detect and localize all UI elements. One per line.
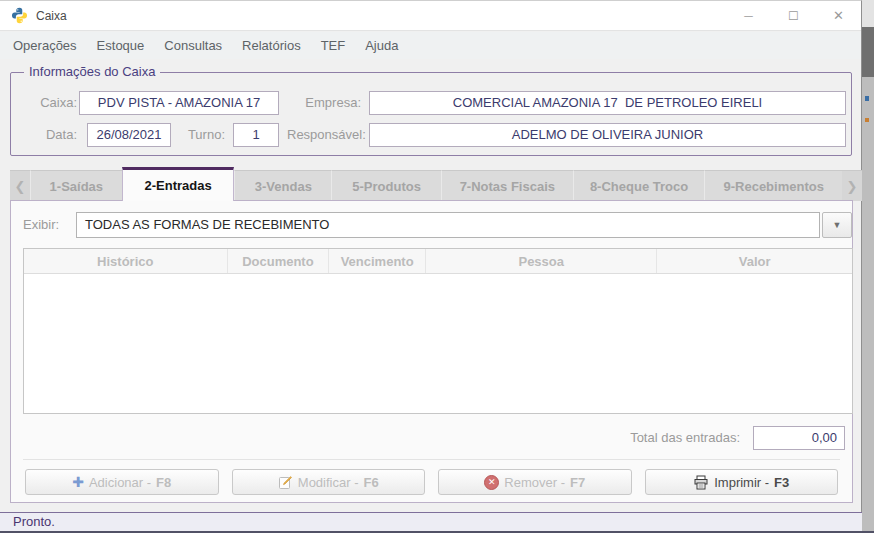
tab-scroll-left-icon[interactable]: ❮ [10,170,30,201]
modificar-button[interactable]: Modificar - F6 [232,469,426,495]
turno-label: Turno: [179,123,225,147]
menu-estoque[interactable]: Estoque [87,32,155,59]
divider [23,459,840,460]
tab-scroll-right-icon[interactable]: ❯ [842,170,862,201]
title-bar: Caixa ─ ☐ ✕ [0,1,861,31]
window-controls: ─ ☐ ✕ [726,1,861,30]
empresa-field: COMERCIAL AMAZONIA 17 DE PETROLEO EIRELI [369,91,846,115]
info-groupbox: Informações do Caixa Caixa: PDV PISTA - … [10,72,852,156]
tab-strip: ❮ 1-Saídas 2-Entradas 3-Vendas 5-Produto… [10,167,862,201]
desktop-backdrop [862,0,874,533]
menu-tef[interactable]: TEF [311,32,356,59]
backdrop-artifact [865,96,869,101]
adicionar-button[interactable]: ✚ Adicionar - F8 [25,469,219,495]
button-label: Modificar - [298,475,359,490]
button-key: F7 [570,475,585,490]
imprimir-button[interactable]: Imprimir - F3 [645,469,839,495]
plus-icon: ✚ [72,474,84,490]
tab-cheque-troco[interactable]: 8-Cheque Troco [573,170,705,201]
exibir-label: Exibir: [23,212,59,238]
backdrop-segment [862,0,874,27]
tab-saidas[interactable]: 1-Saídas [30,170,122,201]
column-header-valor[interactable]: Valor [657,249,852,273]
column-header-pessoa[interactable]: Pessoa [426,249,657,273]
entradas-table[interactable]: Histórico Documento Vencimento Pessoa Va… [23,248,853,414]
backdrop-artifact [865,118,869,122]
maximize-button[interactable]: ☐ [771,1,816,30]
groupbox-title: Informações do Caixa [24,64,160,79]
edit-icon [278,475,293,490]
responsavel-label: Responsável: [287,123,361,147]
tab-vendas[interactable]: 3-Vendas [234,170,331,201]
empresa-label: Empresa: [281,91,361,115]
column-header-documento[interactable]: Documento [228,249,330,273]
table-body-empty[interactable] [24,274,852,414]
tab-recebimentos[interactable]: 9-Recebimentos [704,170,842,201]
tab-notas-fiscais[interactable]: 7-Notas Fiscais [441,170,573,201]
responsavel-field: ADELMO DE OLIVEIRA JUNIOR [369,123,846,147]
remover-button[interactable]: ✕ Remover - F7 [438,469,632,495]
status-text: Pronto. [13,514,55,529]
chevron-down-icon[interactable]: ▼ [822,212,852,238]
menu-operacoes[interactable]: Operações [3,32,87,59]
column-header-vencimento[interactable]: Vencimento [329,249,426,273]
button-label: Remover - [504,475,565,490]
menu-relatorios[interactable]: Relatórios [232,32,311,59]
caixa-window: Caixa ─ ☐ ✕ Operações Estoque Consultas … [0,0,862,533]
status-bar: Pronto. [0,512,862,531]
print-icon [693,475,709,490]
action-buttons: ✚ Adicionar - F8 Modificar - F6 ✕ Remove… [25,469,838,495]
total-entradas-value: 0,00 [753,426,845,450]
column-header-historico[interactable]: Histórico [24,249,228,273]
caixa-field: PDV PISTA - AMAZONIA 17 [79,91,279,115]
button-label: Imprimir - [714,475,769,490]
tab-produtos[interactable]: 5-Produtos [331,170,441,201]
forma-recebimento-select[interactable]: TODAS AS FORMAS DE RECEBIMENTO [76,212,820,238]
python-icon [11,7,28,24]
entradas-panel: Exibir: TODAS AS FORMAS DE RECEBIMENTO ▼… [10,200,853,503]
menu-consultas[interactable]: Consultas [154,32,232,59]
button-label: Adicionar - [89,475,151,490]
total-entradas-label: Total das entradas: [630,426,740,450]
table-header-row: Histórico Documento Vencimento Pessoa Va… [24,249,852,274]
button-key: F8 [156,475,171,490]
turno-field: 1 [233,123,279,147]
minimize-button[interactable]: ─ [726,1,771,30]
data-label: Data: [31,123,77,147]
backdrop-segment [862,27,874,77]
tab-entradas[interactable]: 2-Entradas [122,167,235,201]
menu-bar: Operações Estoque Consultas Relatórios T… [0,32,861,59]
close-button[interactable]: ✕ [816,1,861,30]
button-key: F6 [364,475,379,490]
button-key: F3 [774,475,789,490]
caixa-label: Caixa: [31,91,77,115]
remove-icon: ✕ [484,475,499,490]
data-field: 26/08/2021 [87,123,171,147]
menu-ajuda[interactable]: Ajuda [355,32,408,59]
window-title: Caixa [36,9,67,23]
